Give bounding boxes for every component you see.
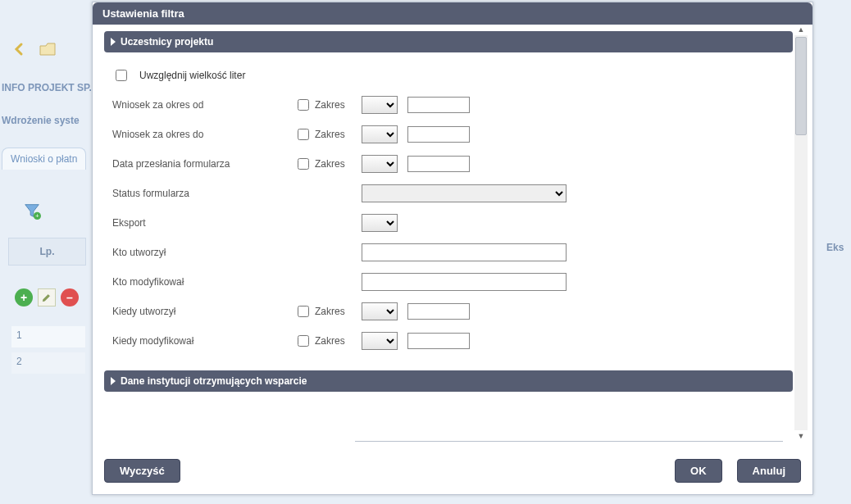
zakres-label: Zakres <box>315 158 345 170</box>
section-uczestnicy-content: Uwzględnij wielkość liter Wniosek za okr… <box>104 57 793 364</box>
operator-select[interactable] <box>362 155 398 173</box>
row-wniosek-do: Wniosek za okres do Zakres <box>112 120 785 149</box>
zakres-checkbox[interactable] <box>298 158 309 170</box>
zakres-checkbox[interactable] <box>298 99 309 111</box>
edit-icon[interactable] <box>38 288 56 306</box>
row-eksport: Eksport <box>112 208 785 238</box>
value-input[interactable] <box>407 97 470 113</box>
value-input[interactable] <box>407 156 470 172</box>
remove-icon[interactable]: – <box>61 288 79 306</box>
ok-button[interactable]: OK <box>675 459 722 483</box>
background-toolbar <box>10 39 57 59</box>
table-header-lp: Lp. <box>8 238 86 266</box>
scrollbar[interactable]: ▲ ▼ <box>794 35 808 430</box>
row-action-icons: + – <box>15 288 79 306</box>
eksport-select[interactable] <box>362 214 398 232</box>
section-label: Uczestnicy projektu <box>121 36 213 48</box>
case-sensitive-checkbox[interactable] <box>116 70 127 81</box>
label-kto-modyfikowal: Kto modyfikował <box>112 276 284 288</box>
kto-utworzyl-input[interactable] <box>362 243 567 261</box>
value-input[interactable] <box>407 333 470 349</box>
zakres-label: Zakres <box>315 335 345 347</box>
table-header-eks: Eks <box>826 242 851 253</box>
status-select[interactable] <box>362 184 567 202</box>
cancel-button[interactable]: Anuluj <box>737 459 801 483</box>
table-row[interactable]: 2 <box>11 352 85 374</box>
zakres-checkbox[interactable] <box>298 306 309 317</box>
label-status: Status formularza <box>112 188 284 199</box>
zakres-label: Zakres <box>315 306 345 317</box>
row-wniosek-od: Wniosek za okres od Zakres <box>112 90 785 120</box>
dialog-body: Uczestnicy projektu Uwzględnij wielkość … <box>93 25 812 434</box>
scroll-up-icon[interactable]: ▲ <box>794 24 808 35</box>
filter-settings-dialog: Ustawienia filtra Uczestnicy projektu Uw… <box>92 2 813 495</box>
value-input[interactable] <box>407 126 470 143</box>
label-eksport: Eksport <box>112 217 284 229</box>
section-label: Dane instytucji otrzymujących wsparcie <box>121 375 307 387</box>
subtitle-label: Wdrożenie syste <box>2 115 80 126</box>
operator-select[interactable] <box>362 125 398 143</box>
zakres-checkbox[interactable] <box>298 129 309 140</box>
back-icon[interactable] <box>10 39 30 59</box>
divider <box>355 441 783 442</box>
svg-text:+: + <box>35 212 39 220</box>
row-kiedy-modyfikowal: Kiedy modyfikował Zakres <box>112 326 785 356</box>
zakres-label: Zakres <box>315 99 345 111</box>
label-kto-utworzyl: Kto utworzył <box>112 247 284 258</box>
row-kiedy-utworzyl: Kiedy utworzył Zakres <box>112 297 785 326</box>
value-input[interactable] <box>407 303 470 320</box>
zakres-label: Zakres <box>315 129 345 140</box>
dialog-footer: Wyczyść OK Anuluj <box>104 459 801 483</box>
operator-select[interactable] <box>362 332 398 350</box>
row-data-przeslania: Data przesłania formularza Zakres <box>112 149 785 179</box>
clear-button[interactable]: Wyczyść <box>104 459 180 483</box>
operator-select[interactable] <box>362 302 398 320</box>
section-dane-instytucji[interactable]: Dane instytucji otrzymujących wsparcie <box>104 370 793 392</box>
folder-icon[interactable] <box>38 39 57 59</box>
case-sensitive-label: Uwzględnij wielkość liter <box>139 70 245 81</box>
scroll-thumb[interactable] <box>795 37 807 135</box>
kto-modyfikowal-input[interactable] <box>362 273 567 291</box>
row-kto-utworzyl: Kto utworzył <box>112 238 785 267</box>
zakres-checkbox[interactable] <box>298 335 309 347</box>
label-data-przeslania: Data przesłania formularza <box>112 158 284 170</box>
table-row[interactable]: 1 <box>11 326 85 347</box>
tab-wnioski[interactable]: Wnioski o płatn <box>2 148 86 170</box>
row-status: Status formularza <box>112 179 785 208</box>
row-kto-modyfikowal: Kto modyfikował <box>112 267 785 297</box>
dialog-title: Ustawienia filtra <box>93 2 812 25</box>
add-icon[interactable]: + <box>15 288 33 306</box>
scroll-down-icon[interactable]: ▼ <box>794 430 808 442</box>
label-kiedy-modyfikowal: Kiedy modyfikował <box>112 335 284 347</box>
label-wniosek-od: Wniosek za okres od <box>112 99 284 111</box>
case-sensitive-row: Uwzględnij wielkość liter <box>112 61 785 90</box>
label-wniosek-do: Wniosek za okres do <box>112 129 284 140</box>
section-uczestnicy[interactable]: Uczestnicy projektu <box>104 31 793 52</box>
label-kiedy-utworzyl: Kiedy utworzył <box>112 306 284 317</box>
company-label: INFO PROJEKT SP. <box>2 82 92 93</box>
funnel-icon[interactable]: + <box>23 202 41 222</box>
operator-select[interactable] <box>362 96 398 114</box>
